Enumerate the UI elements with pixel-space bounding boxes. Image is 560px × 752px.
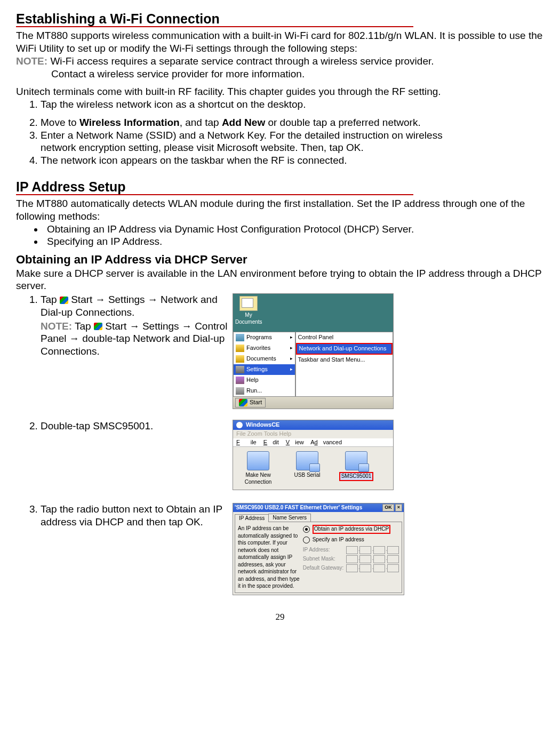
dhcp-step-2: Double-tap SMSC95001. xyxy=(41,420,229,433)
note-wifi: NOTE: Wi-Fi access requires a separate s… xyxy=(16,55,544,81)
make-new-connection[interactable]: Make New Connection xyxy=(237,451,279,485)
ip-method-specify: Specifying an IP Address. xyxy=(44,235,544,248)
para-rf-intro: Unitech terminals come with built-in RF … xyxy=(16,85,544,98)
window-titlebar: WindowsCE xyxy=(233,420,393,430)
dialog-titlebar: 'SMSC9500 USB2.0 FAST Ethernet Driver' S… xyxy=(233,503,404,511)
wifi-steps-list: Tap the wireless network icon as a short… xyxy=(16,98,544,111)
wifi-step-3: Enter a Network Name (SSID) and a Networ… xyxy=(41,129,446,155)
help-text: An IP address can be automatically assig… xyxy=(238,525,303,590)
tab-ip-address[interactable]: IP Address xyxy=(235,514,269,523)
step-3-row: Tap the radio button next to Obtain an I… xyxy=(16,503,544,595)
tab-name-servers[interactable]: Name Servers xyxy=(268,514,311,522)
para-ip-intro: The MT880 automatically detects WLAN mod… xyxy=(16,197,544,223)
step-1-row: Tap Start → Settings → Network and Dial-… xyxy=(16,293,544,409)
smsc95001[interactable]: SMSC95001 xyxy=(335,451,377,485)
outer-menu: File Zoom Tools Help xyxy=(233,430,393,438)
app-icon xyxy=(236,422,243,428)
ip-method-dhcp: Obtaining an IP Address via Dynamic Host… xyxy=(44,223,544,236)
menu-documents[interactable]: Documents▸ xyxy=(234,354,295,364)
note-line1: Wi-Fi access requires a separate service… xyxy=(47,55,434,67)
menu-settings[interactable]: Settings▸ xyxy=(234,364,295,375)
start-icon xyxy=(60,297,68,304)
wifi-step-1: Tap the wireless network icon as a short… xyxy=(41,98,544,111)
radio-button-icon xyxy=(303,537,310,543)
step-2-row: Double-tap SMSC95001. WindowsCE File Zoo… xyxy=(16,420,544,490)
submenu-network-dialup[interactable]: Network and Dial-up Connections xyxy=(296,343,393,355)
menu-run[interactable]: Run... xyxy=(234,386,295,396)
ok-button[interactable]: OK xyxy=(382,504,394,511)
menu-favorites[interactable]: Favorites▸ xyxy=(234,343,295,354)
para-dhcp-intro: Make sure a DHCP server is available in … xyxy=(16,267,544,293)
menu-view[interactable]: View xyxy=(286,439,304,445)
para-wifi-intro: The MT880 supports wireless communicatio… xyxy=(16,29,544,55)
submenu-taskbar[interactable]: Taskbar and Start Menu... xyxy=(296,355,393,365)
subnet-mask-field: Subnet Mask: ... xyxy=(303,555,399,563)
gateway-field: Default Gateway: ... xyxy=(303,564,399,572)
menu-programs[interactable]: Programs▸ xyxy=(234,332,295,343)
start-icon xyxy=(239,399,247,406)
menu-file[interactable]: File xyxy=(236,439,257,445)
start-button[interactable]: Start xyxy=(235,398,266,407)
note-label: NOTE: xyxy=(41,321,72,332)
subheading-dhcp: Obtaining an IP Address via DHCP Server xyxy=(16,252,544,267)
page-number: 29 xyxy=(16,611,544,622)
screenshot-connections: WindowsCE File Zoom Tools Help File Edit… xyxy=(233,420,394,490)
menu-edit[interactable]: Edit xyxy=(263,439,279,445)
note-line2: Contact a wireless service provider for … xyxy=(16,68,544,81)
screenshot-ip-settings: 'SMSC9500 USB2.0 FAST Ethernet Driver' S… xyxy=(233,503,404,595)
menu-help[interactable]: Help xyxy=(234,375,295,386)
dhcp-step-1: Tap Start → Settings → Network and Dial-… xyxy=(41,293,229,358)
my-documents-icon[interactable]: My Documents xyxy=(235,296,262,325)
ip-address-field: IP Address: ... xyxy=(303,546,399,554)
usb-serial[interactable]: USB Serial xyxy=(286,451,328,485)
start-icon xyxy=(94,323,102,330)
inner-menu-bar: File Edit View Advanced xyxy=(233,438,393,447)
note-label: NOTE: xyxy=(16,55,47,67)
radio-specify[interactable]: Specify an IP address xyxy=(303,537,399,543)
close-button[interactable]: × xyxy=(395,504,402,511)
ip-methods: Obtaining an IP Address via Dynamic Host… xyxy=(16,223,544,249)
dhcp-step-3: Tap the radio button next to Obtain an I… xyxy=(41,503,229,529)
menu-advanced[interactable]: Advanced xyxy=(310,439,342,445)
screenshot-start-menu: My Documents Programs▸ Favorites▸ Docume… xyxy=(233,293,394,409)
heading-wifi: Establishing a Wi-Fi Connection xyxy=(16,11,544,27)
wifi-step-2: Move to Wireless Information, and tap Ad… xyxy=(41,116,446,129)
radio-dhcp[interactable]: Obtain an IP address via DHCP xyxy=(303,525,399,534)
submenu-control-panel[interactable]: Control Panel xyxy=(296,332,393,343)
radio-button-icon xyxy=(303,526,310,533)
wifi-steps-list-2: Move to Wireless Information, and tap Ad… xyxy=(16,116,446,167)
wifi-step-4: The network icon appears on the taskbar … xyxy=(41,154,446,167)
heading-ip: IP Address Setup xyxy=(16,179,544,195)
